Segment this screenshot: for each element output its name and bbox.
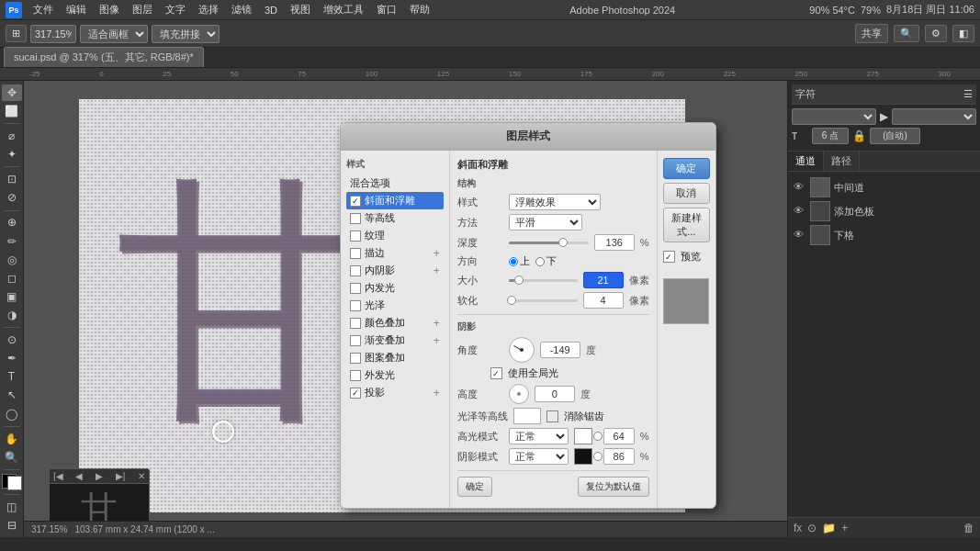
direction-up-radio[interactable] xyxy=(509,257,518,266)
menu-file[interactable]: 文件 xyxy=(28,1,59,18)
style-checkbox-gradient_overlay[interactable] xyxy=(350,335,361,346)
style-item-bevel_emboss[interactable]: ✓斜面和浮雕 xyxy=(346,192,444,209)
workspace-btn[interactable]: ⚙ xyxy=(925,25,947,42)
lasso-tool[interactable]: ⌀ xyxy=(2,128,22,144)
menu-select[interactable]: 选择 xyxy=(193,1,224,18)
style-add-stroke[interactable]: + xyxy=(434,247,440,260)
style-item-color_overlay[interactable]: 颜色叠加+ xyxy=(346,314,444,332)
zoom-tool[interactable]: 🔍 xyxy=(2,449,22,466)
cancel-btn[interactable]: 取消 xyxy=(663,183,711,204)
style-add-gradient_overlay[interactable]: + xyxy=(434,334,440,347)
style-item-outer_glow[interactable]: 外发光 xyxy=(346,366,444,384)
layer-item-1[interactable]: 👁 中间道 xyxy=(788,175,980,199)
layer-vis-1[interactable]: 👁 xyxy=(794,181,806,194)
soften-input[interactable] xyxy=(583,292,624,309)
healing-brush-tool[interactable]: ⊕ xyxy=(2,214,22,231)
style-checkbox-inner_glow[interactable] xyxy=(350,283,361,294)
global-light-checkbox[interactable] xyxy=(490,367,502,379)
nav-prev-icon[interactable]: ◀ xyxy=(75,471,83,481)
direction-down-option[interactable]: 下 xyxy=(535,254,557,268)
type-tool[interactable]: T xyxy=(2,368,22,385)
style-item-drop_shadow[interactable]: ✓投影+ xyxy=(346,384,444,401)
style-checkbox-stroke[interactable] xyxy=(350,248,361,259)
layer-delete-icon[interactable]: 🗑 xyxy=(963,522,974,534)
foreground-color[interactable] xyxy=(2,474,22,490)
font-style-select[interactable] xyxy=(892,108,976,125)
menu-edit[interactable]: 编辑 xyxy=(61,1,92,18)
menu-layer[interactable]: 图层 xyxy=(127,1,158,18)
path-selection-tool[interactable]: ↖ xyxy=(2,387,22,403)
style-checkbox-bevel_emboss[interactable]: ✓ xyxy=(350,196,361,207)
size-slider[interactable] xyxy=(509,279,578,282)
menu-image[interactable]: 图像 xyxy=(94,1,125,18)
depth-input[interactable] xyxy=(594,234,635,251)
blur-tool[interactable]: ◑ xyxy=(2,307,22,323)
style-item-texture[interactable]: 纹理 xyxy=(346,227,444,244)
layer-new-icon[interactable]: + xyxy=(841,522,848,534)
altitude-input[interactable] xyxy=(535,386,575,402)
pen-tool[interactable]: ✒ xyxy=(2,350,22,366)
layer-vis-3[interactable]: 👁 xyxy=(794,229,806,242)
tab-channels[interactable]: 通道 xyxy=(788,152,824,171)
menu-3d[interactable]: 3D xyxy=(259,3,283,17)
anti-alias-checkbox[interactable] xyxy=(546,410,558,422)
style-item-inner_shadow[interactable]: 内阴影+ xyxy=(346,262,444,279)
menu-filter[interactable]: 滤镜 xyxy=(226,1,257,18)
nav-last-icon[interactable]: ▶| xyxy=(116,471,126,481)
gradient-tool[interactable]: ▣ xyxy=(2,288,22,305)
file-tab[interactable]: sucai.psd @ 317% (五、其它, RGB/8#)* xyxy=(4,47,204,67)
dodge-tool[interactable]: ⊙ xyxy=(2,332,22,348)
gloss-contour-preview[interactable] xyxy=(513,408,541,424)
search-workspace-btn[interactable]: 🔍 xyxy=(894,25,919,42)
menu-plugins[interactable]: 增效工具 xyxy=(318,1,369,18)
style-item-inner_glow[interactable]: 内发光 xyxy=(346,279,444,297)
style-item-satin[interactable]: 光泽 xyxy=(346,297,444,314)
highlight-mode-select[interactable]: 正常 xyxy=(509,428,569,444)
layer-fx-icon[interactable]: fx xyxy=(794,522,802,534)
character-panel-menu-icon[interactable]: ☰ xyxy=(963,88,973,100)
toggle-btn[interactable]: ◧ xyxy=(952,25,974,42)
menu-view[interactable]: 视图 xyxy=(285,1,316,18)
shadow-mode-select[interactable]: 正常 xyxy=(509,448,569,465)
eyedropper-tool[interactable]: ⊘ xyxy=(2,189,22,206)
style-checkbox-satin[interactable] xyxy=(350,300,361,311)
crop-tool[interactable]: ⊡ xyxy=(2,171,22,187)
technique-select[interactable]: 平滑 xyxy=(509,214,582,231)
style-item-stroke[interactable]: 描边+ xyxy=(346,244,444,262)
fill-option-select[interactable]: 填充拼接 xyxy=(152,25,220,43)
nav-close-icon[interactable]: ✕ xyxy=(138,471,145,481)
set-default-btn[interactable]: 确定 xyxy=(457,477,492,497)
style-checkbox-contour[interactable] xyxy=(350,213,361,224)
confirm-btn[interactable]: 确定 xyxy=(663,158,711,179)
layer-mask-icon[interactable]: ⊙ xyxy=(807,522,817,534)
style-add-color_overlay[interactable]: + xyxy=(434,317,440,330)
style-checkbox-texture[interactable] xyxy=(350,231,361,242)
clone-stamp-tool[interactable]: ◎ xyxy=(2,252,22,268)
layer-item-2[interactable]: 👁 添加色板 xyxy=(788,199,980,223)
quick-mask-tool[interactable]: ◫ xyxy=(2,499,22,515)
style-checkbox-inner_shadow[interactable] xyxy=(350,265,361,276)
nav-first-icon[interactable]: |◀ xyxy=(53,471,63,481)
eraser-tool[interactable]: ◻ xyxy=(2,270,22,287)
style-add-drop_shadow[interactable]: + xyxy=(434,387,440,399)
style-item-gradient_overlay[interactable]: 渐变叠加+ xyxy=(346,332,444,349)
angle-widget[interactable] xyxy=(509,337,535,363)
new-style-btn[interactable]: 新建样式... xyxy=(663,208,711,242)
style-item-pattern_overlay[interactable]: 图案叠加 xyxy=(346,349,444,366)
magic-wand-tool[interactable]: ✦ xyxy=(2,146,22,163)
menu-type[interactable]: 文字 xyxy=(160,1,191,18)
layer-vis-2[interactable]: 👁 xyxy=(794,205,806,218)
style-checkbox-color_overlay[interactable] xyxy=(350,318,361,329)
reset-default-btn[interactable]: 复位为默认值 xyxy=(578,477,649,497)
zoom-to-fit-btn[interactable]: ⊞ xyxy=(6,25,27,42)
shadow-color[interactable] xyxy=(574,448,592,465)
menu-help[interactable]: 帮助 xyxy=(404,1,435,18)
layer-item-3[interactable]: 👁 下格 xyxy=(788,223,980,247)
size-input[interactable] xyxy=(583,272,624,288)
preview-checkbox[interactable] xyxy=(663,251,675,263)
style-checkbox-outer_glow[interactable] xyxy=(350,370,361,381)
style-add-inner_shadow[interactable]: + xyxy=(434,264,440,277)
font-family-select[interactable] xyxy=(792,108,876,125)
shape-tool[interactable]: ◯ xyxy=(2,406,22,422)
line-height-input[interactable] xyxy=(870,128,920,144)
